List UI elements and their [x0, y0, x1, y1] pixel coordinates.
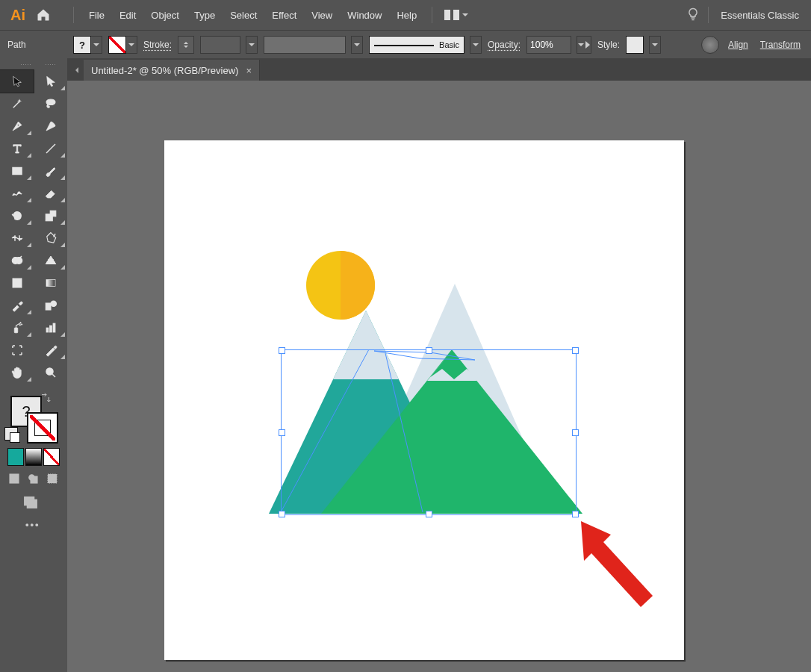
- svg-point-14: [19, 325, 21, 326]
- opacity-label[interactable]: Opacity:: [488, 40, 521, 50]
- rectangle-tool[interactable]: [0, 160, 34, 182]
- free-transform-tool[interactable]: [34, 227, 67, 249]
- menu-help[interactable]: Help: [389, 7, 424, 24]
- separator: [708, 7, 709, 23]
- artboard-tool[interactable]: [0, 339, 34, 361]
- document-tab[interactable]: Untitled-2* @ 50% (RGB/Preview) ×: [84, 60, 260, 81]
- opacity-dropdown[interactable]: [577, 36, 591, 54]
- svg-point-0: [46, 99, 55, 105]
- rotate-tool[interactable]: [0, 205, 34, 227]
- fill-swatch[interactable]: ?: [73, 36, 91, 54]
- stroke-weight-field[interactable]: [200, 36, 240, 54]
- menu-select[interactable]: Select: [223, 7, 264, 24]
- stroke-swatch-dropdown[interactable]: [125, 36, 137, 54]
- stroke-panel-link[interactable]: Stroke:: [143, 40, 172, 50]
- handle-top-left[interactable]: [279, 347, 285, 354]
- panel-grip[interactable]: [0, 58, 67, 70]
- stroke-weight-stepper[interactable]: [178, 36, 194, 54]
- perspective-grid-tool[interactable]: [34, 249, 67, 272]
- lasso-tool[interactable]: [34, 93, 67, 115]
- default-fill-stroke-icon[interactable]: [4, 427, 18, 441]
- handle-mid-left[interactable]: [279, 429, 285, 436]
- gradient-tool[interactable]: [34, 272, 67, 294]
- menu-object[interactable]: Object: [143, 7, 187, 24]
- blend-tool[interactable]: [34, 294, 67, 317]
- workspace-switcher[interactable]: Essentials Classic: [716, 10, 804, 21]
- handle-bottom-left[interactable]: [279, 511, 285, 517]
- svg-rect-4: [50, 211, 56, 217]
- zoom-tool[interactable]: [34, 361, 67, 384]
- stroke-weight-dropdown[interactable]: [246, 36, 258, 54]
- variable-width-dropdown[interactable]: [351, 36, 363, 54]
- paintbrush-tool[interactable]: [34, 160, 67, 182]
- selection-tool[interactable]: [0, 70, 34, 93]
- magic-wand-tool[interactable]: [0, 93, 34, 115]
- stroke-swatch[interactable]: [108, 36, 126, 54]
- color-mode-none[interactable]: [43, 448, 60, 466]
- search-help-icon[interactable]: [686, 7, 700, 24]
- menu-view[interactable]: View: [304, 7, 340, 24]
- handle-mid-right[interactable]: [572, 429, 579, 436]
- shape-builder-tool[interactable]: [0, 249, 34, 272]
- handle-bottom-middle[interactable]: [426, 511, 432, 517]
- opacity-field[interactable]: 100%: [526, 36, 571, 54]
- svg-rect-2: [13, 168, 22, 175]
- menu-window[interactable]: Window: [340, 7, 389, 24]
- direct-selection-tool[interactable]: [34, 70, 67, 93]
- svg-rect-8: [46, 280, 55, 287]
- graphic-style-dropdown[interactable]: [649, 36, 661, 54]
- svg-point-24: [50, 476, 55, 481]
- fill-swatch-dropdown[interactable]: [90, 36, 102, 54]
- curvature-tool[interactable]: [34, 115, 67, 137]
- handle-bottom-right[interactable]: [572, 511, 579, 517]
- draw-behind-icon[interactable]: [26, 472, 40, 487]
- control-bar: Path ? Stroke: Basic Opacity: 100% Style…: [0, 31, 811, 60]
- symbol-sprayer-tool[interactable]: [0, 317, 34, 339]
- stroke-box[interactable]: [27, 412, 58, 444]
- close-tab-icon[interactable]: ×: [246, 65, 252, 76]
- color-mode-gradient[interactable]: [25, 448, 42, 466]
- artboard[interactable]: [164, 140, 684, 660]
- menu-effect[interactable]: Effect: [264, 7, 304, 24]
- svg-point-1: [17, 124, 19, 125]
- handle-top-middle[interactable]: [426, 347, 432, 354]
- column-graph-tool[interactable]: [34, 317, 67, 339]
- graphic-style-swatch[interactable]: [626, 36, 644, 54]
- color-mode-row: [0, 444, 67, 470]
- arrange-documents-button[interactable]: [444, 10, 469, 20]
- svg-rect-11: [14, 328, 18, 333]
- width-tool[interactable]: [0, 227, 34, 249]
- mesh-tool[interactable]: [0, 272, 34, 294]
- svg-rect-22: [31, 476, 37, 483]
- menu-type[interactable]: Type: [187, 7, 223, 24]
- color-mode-color[interactable]: [7, 448, 24, 466]
- scale-tool[interactable]: [34, 205, 67, 227]
- slice-tool[interactable]: [34, 339, 67, 361]
- pen-tool[interactable]: [0, 115, 34, 137]
- eraser-tool[interactable]: [34, 182, 67, 205]
- home-button[interactable]: [34, 6, 52, 24]
- tab-flyout-icon[interactable]: [67, 60, 84, 81]
- handle-top-right[interactable]: [572, 347, 579, 354]
- hand-tool[interactable]: [0, 361, 34, 384]
- selection-bounding-box[interactable]: [281, 349, 577, 515]
- eyedropper-tool[interactable]: [0, 294, 34, 317]
- transform-panel-link[interactable]: Transform: [757, 40, 804, 50]
- variable-width-profile[interactable]: [264, 36, 346, 54]
- type-tool[interactable]: [0, 137, 34, 160]
- menu-file[interactable]: File: [81, 7, 112, 24]
- brush-dropdown[interactable]: [470, 36, 482, 54]
- shaper-tool[interactable]: [0, 182, 34, 205]
- document-canvas-area[interactable]: [67, 81, 811, 672]
- edit-toolbar-button[interactable]: •••: [0, 514, 67, 535]
- brush-definition[interactable]: Basic: [369, 36, 464, 54]
- separator: [432, 7, 432, 23]
- screen-mode-button[interactable]: [0, 488, 67, 514]
- draw-inside-icon[interactable]: [46, 472, 60, 487]
- svg-rect-15: [46, 328, 49, 332]
- recolor-artwork-icon[interactable]: [701, 36, 719, 54]
- menu-edit[interactable]: Edit: [112, 7, 143, 24]
- draw-normal-icon[interactable]: [7, 472, 22, 487]
- line-segment-tool[interactable]: [34, 137, 67, 160]
- align-panel-link[interactable]: Align: [725, 40, 751, 50]
